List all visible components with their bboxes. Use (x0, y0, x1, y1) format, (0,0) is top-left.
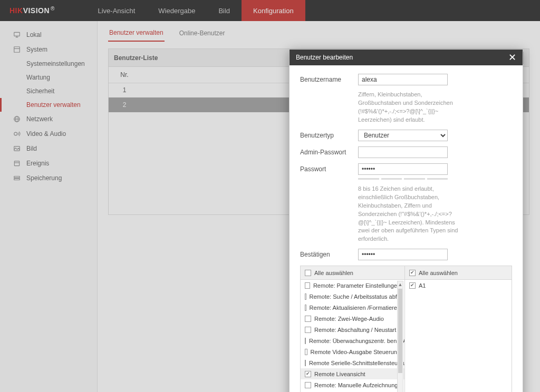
close-icon[interactable]: ✕ (508, 53, 516, 62)
permission-label: Remote Video-Ausgabe Steuerung (311, 349, 400, 355)
svg-point-8 (14, 132, 17, 135)
sidebar-item-label: Netzwerk (26, 115, 53, 123)
checkbox-icon[interactable] (305, 316, 311, 322)
svg-rect-12 (14, 177, 20, 178)
svg-rect-3 (14, 47, 20, 53)
sidebar-item-local[interactable]: Lokal (0, 27, 97, 42)
sidebar-item-label: System (26, 46, 47, 53)
scrollbar[interactable]: ▲ ▼ (397, 281, 403, 392)
cell-nr: 1 (109, 83, 140, 97)
nav-config[interactable]: Konfiguration (242, 0, 305, 21)
select-all-right[interactable]: Alle auswählen (405, 266, 512, 280)
sidebar-item-label: Ereignis (26, 160, 49, 167)
sidebar-sub-maintenance[interactable]: Wartung (0, 71, 97, 84)
permission-label: Remote: Abschaltung / Neustart (314, 327, 396, 333)
checkbox-icon[interactable] (305, 293, 306, 300)
password-strength-meter (358, 178, 448, 180)
permissions-left: Alle auswählen Remote: Parameter Einstel… (301, 266, 405, 392)
sidebar-item-system[interactable]: System (0, 42, 97, 57)
permission-item[interactable]: Remote Video-Ausgabe Steuerung (301, 346, 404, 357)
checkbox-icon[interactable] (305, 282, 310, 289)
nav-playback[interactable]: Wiedergabe (147, 0, 207, 21)
permission-label: Remote: Suche / Arbeitsstatus abfr. (310, 293, 400, 300)
permission-item[interactable]: Remote: Suche / Arbeitsstatus abfr. (301, 291, 404, 302)
permission-item[interactable]: Remote Serielle-Schnittstellensteuerung (301, 357, 404, 368)
sidebar-item-network[interactable]: Netzwerk (0, 112, 97, 126)
admin-password-field[interactable] (358, 146, 448, 158)
svg-rect-10 (14, 161, 19, 166)
globe-icon (13, 115, 21, 123)
usertype-select[interactable]: Benutzer (358, 130, 448, 141)
sidebar-sub-security[interactable]: Sicherheit (0, 84, 97, 98)
permission-item[interactable]: Remote: Parameter Einstellungen (301, 280, 404, 291)
username-field[interactable] (358, 74, 448, 85)
label-password: Passwort (300, 163, 358, 173)
modal-header[interactable]: Benutzer bearbeiten ✕ (290, 50, 523, 65)
brand-registered: ® (51, 6, 54, 12)
password-field[interactable] (358, 163, 448, 175)
permission-label: Remote: Parameter Einstellungen (313, 282, 400, 289)
checkbox-icon[interactable] (305, 327, 311, 333)
sidebar-item-event[interactable]: Ereignis (0, 156, 97, 171)
checkbox-icon[interactable] (409, 282, 416, 289)
permission-item[interactable]: Remote: Aktualisieren /Formatieren (301, 302, 404, 313)
checkbox-icon[interactable] (409, 270, 416, 276)
tab-manage-users[interactable]: Benutzer verwalten (108, 25, 165, 42)
monitor-icon (13, 31, 21, 39)
label-adminpw: Admin-Passwort (300, 146, 358, 156)
modal-title: Benutzer bearbeiten (296, 54, 353, 61)
sidebar: Lokal System Systemeinstellungen Wartung… (0, 21, 98, 392)
label-confirm: Bestätigen (300, 249, 358, 258)
checkbox-icon[interactable] (305, 338, 306, 344)
permission-label: Remote: Manuelle Aufzeichnung (314, 382, 398, 388)
svg-rect-0 (14, 32, 20, 36)
video-audio-icon (13, 130, 21, 138)
permissions-right: Alle auswählen A1 (405, 266, 512, 392)
permission-item[interactable]: Remote: Abschaltung / Neustart (301, 324, 404, 335)
label-username: Benutzername (300, 74, 358, 83)
scroll-up-icon[interactable]: ▲ (398, 281, 403, 288)
nav-live[interactable]: Live-Ansicht (86, 0, 147, 21)
event-icon (13, 159, 21, 168)
permissions-box: Alle auswählen Remote: Parameter Einstel… (300, 266, 512, 392)
sidebar-sub-settings[interactable]: Systemeinstellungen (0, 57, 97, 71)
select-all-label: Alle auswählen (314, 270, 353, 276)
permission-item[interactable]: Remote Liveansicht (301, 368, 404, 379)
checkbox-icon[interactable] (305, 371, 311, 377)
edit-user-modal: Benutzer bearbeiten ✕ Benutzername Ziffe… (289, 49, 523, 392)
permission-label: Remote Liveansicht (314, 371, 365, 377)
label-usertype: Benutzertyp (300, 130, 358, 139)
permission-label: Remote: Aktualisieren /Formatieren (310, 305, 400, 311)
permission-item[interactable]: Remote: Überwachungszentr. ben. / A… (301, 335, 404, 346)
sidebar-sub-users[interactable]: Benutzer verwalten (0, 98, 97, 112)
permission-item[interactable]: A1 (405, 280, 512, 291)
checkbox-icon[interactable] (305, 305, 306, 311)
scroll-thumb[interactable] (398, 289, 402, 373)
checkbox-icon[interactable] (305, 349, 307, 355)
checkbox-icon[interactable] (305, 382, 311, 388)
checkbox-icon[interactable] (305, 270, 311, 276)
checkbox-icon[interactable] (305, 360, 306, 366)
permission-label: Remote: Zwei-Wege-Audio (314, 316, 384, 322)
hint-password: 8 bis 16 Zeichen sind erlaubt, einschlie… (358, 185, 458, 244)
sidebar-item-image[interactable]: Bild (0, 141, 97, 156)
select-all-label: Alle auswählen (419, 270, 458, 276)
sidebar-item-label: Bild (26, 145, 37, 152)
sidebar-item-label: Speicherung (26, 174, 62, 182)
svg-rect-13 (14, 179, 20, 180)
permission-item[interactable]: Remote: Zwei-Wege-Audio (301, 313, 404, 324)
permission-label: Remote: Überwachungszentr. ben. / A… (309, 338, 404, 344)
permission-label: Remote Serielle-Schnittstellensteuerung (309, 360, 404, 366)
nav-picture[interactable]: Bild (207, 0, 242, 21)
select-all-left[interactable]: Alle auswählen (301, 266, 404, 280)
permission-item[interactable]: Remote: Manuelle Aufzeichnung (301, 379, 404, 390)
image-icon (13, 144, 21, 153)
confirm-password-field[interactable] (358, 249, 448, 260)
col-nr: Nr. (109, 67, 140, 83)
tab-online-users[interactable]: Online-Benutzer (178, 25, 226, 41)
hint-username: Ziffern, Kleinbuchstaben, Großbuchstaben… (358, 91, 458, 124)
content-tabs: Benutzer verwalten Online-Benutzer (108, 21, 529, 42)
sidebar-item-videoaudio[interactable]: Video & Audio (0, 126, 97, 141)
permission-label: A1 (419, 282, 426, 289)
sidebar-item-storage[interactable]: Speicherung (0, 171, 97, 185)
